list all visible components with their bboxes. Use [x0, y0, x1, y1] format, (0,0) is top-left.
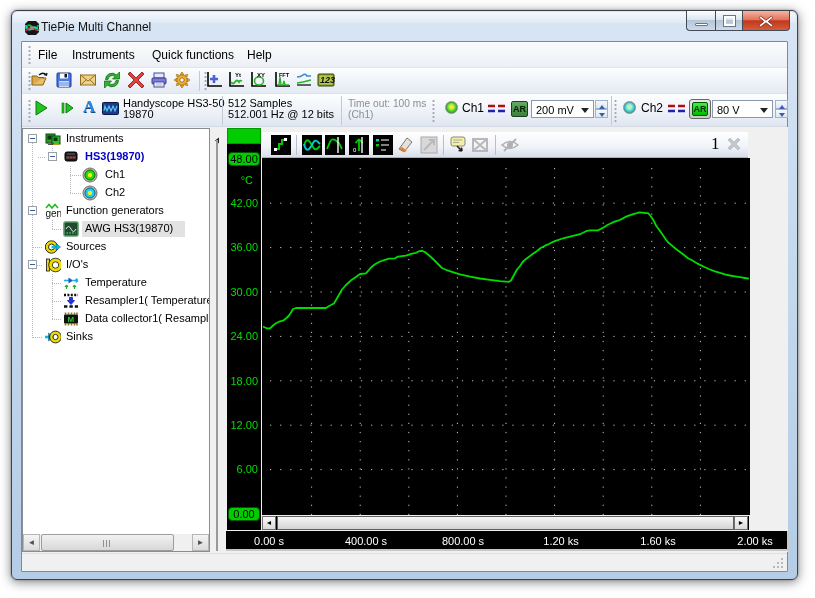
svg-text:XY: XY: [257, 72, 265, 78]
svg-text:123: 123: [320, 75, 335, 85]
svg-text:gen: gen: [46, 208, 62, 219]
svg-text:Yt: Yt: [235, 72, 241, 78]
svg-text:0: 0: [353, 147, 357, 153]
svg-text:FFT: FFT: [279, 71, 290, 77]
svg-text:M: M: [68, 315, 75, 324]
